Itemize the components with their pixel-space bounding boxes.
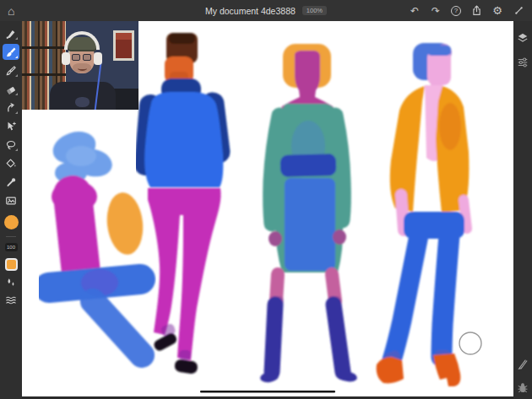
water-flow-icon[interactable] (5, 294, 17, 306)
live-brush-tool[interactable] (3, 44, 19, 60)
toolbar-divider (6, 236, 16, 237)
zoom-level-badge[interactable]: 100% (302, 6, 327, 16)
figure-man-blue-vest (144, 33, 223, 375)
layers-icon[interactable] (517, 32, 529, 44)
paint-swatch-strokes (49, 127, 146, 355)
headphone-earcup-left (62, 52, 70, 65)
app-body: 100 (0, 21, 532, 399)
water-drops-icon[interactable] (5, 277, 17, 288)
ground-line (200, 391, 335, 393)
adjustments-icon[interactable] (517, 57, 529, 68)
redo-icon[interactable]: ↷ (430, 5, 442, 17)
presenter-tshirt-graphic (75, 97, 90, 107)
top-toolbar: ⌂ My document 4de3888 100% ↶ ↷ ? ⚙ (0, 0, 532, 21)
fresco-app-window: ⌂ My document 4de3888 100% ↶ ↷ ? ⚙ (0, 0, 532, 399)
brush-size-badge[interactable]: 100 (5, 243, 18, 251)
move-tool[interactable] (3, 118, 19, 134)
webcam-poster-frame (113, 30, 134, 61)
help-icon[interactable]: ? (451, 6, 461, 16)
fill-tool[interactable] (3, 155, 19, 171)
pixel-brush-tool[interactable] (3, 25, 19, 41)
glasses-lens (83, 54, 91, 61)
eraser-tool[interactable] (3, 81, 19, 97)
vector-brush-tool[interactable] (3, 62, 19, 78)
pencil-icon[interactable] (517, 358, 529, 369)
tool-sidebar: 100 (0, 21, 22, 399)
presenter-smile (78, 66, 87, 71)
document-title: My document 4de3888 (205, 6, 296, 16)
brush-cursor-ring (459, 332, 481, 354)
smudge-tool[interactable] (3, 100, 19, 116)
figure-woman-orange-jacket (377, 43, 470, 386)
fullscreen-icon[interactable] (513, 5, 524, 17)
undo-icon[interactable]: ↶ (409, 5, 421, 17)
presenter-glasses (72, 54, 91, 61)
figure-woman-teal-dress (259, 44, 358, 383)
panel-sidebar (513, 21, 532, 399)
topbar-actions: ↶ ↷ ? ⚙ (409, 5, 524, 17)
glasses-lens (72, 54, 80, 61)
share-icon[interactable] (470, 5, 482, 17)
canvas-area (22, 21, 513, 399)
color-swatch[interactable] (5, 258, 18, 271)
bug-report-icon[interactable] (517, 382, 529, 394)
home-icon[interactable]: ⌂ (8, 5, 14, 17)
drawing-canvas[interactable] (22, 21, 513, 396)
headphone-earcup-right (94, 52, 102, 65)
settings-gear-icon[interactable]: ⚙ (491, 5, 503, 17)
place-image-tool[interactable] (3, 192, 19, 208)
eyedropper-tool[interactable] (3, 174, 19, 190)
brush-color-preview[interactable] (4, 215, 19, 229)
document-title-group: My document 4de3888 100% (205, 0, 327, 21)
presenter-webcam-video (22, 21, 138, 110)
lasso-tool[interactable] (3, 137, 19, 153)
